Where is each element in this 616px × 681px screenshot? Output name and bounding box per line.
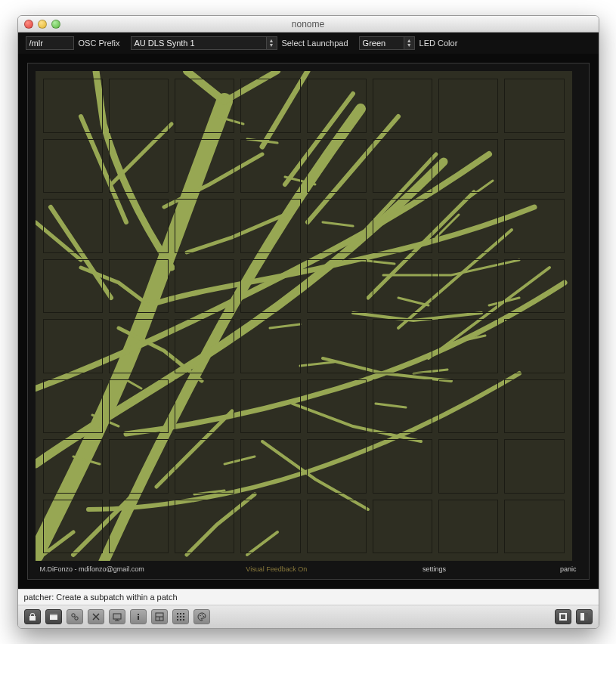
pad-cell[interactable] [43, 379, 103, 434]
pad-cell[interactable] [438, 439, 498, 494]
pad-cell[interactable] [438, 139, 498, 193]
pad-cell[interactable] [43, 319, 103, 373]
pad-cell[interactable] [175, 259, 234, 314]
pad-cell[interactable] [373, 259, 432, 314]
pad-cell[interactable] [307, 139, 367, 193]
pad-cell[interactable] [175, 79, 234, 133]
osc-prefix-label: OSC Prefix [79, 39, 120, 48]
pad-cell[interactable] [373, 319, 432, 373]
traffic-lights [18, 20, 60, 29]
settings-button[interactable]: settings [355, 565, 513, 573]
pad-cell[interactable] [109, 199, 169, 253]
canvas-area: M.DiFonzo - mdifonzo@gmail.com Visual Fe… [18, 54, 599, 589]
hint-bar: patcher: Create a subpatch within a patc… [18, 589, 599, 605]
pad-cell[interactable] [240, 439, 300, 494]
pad-cell[interactable] [240, 500, 300, 554]
pad-cell[interactable] [307, 259, 367, 314]
pad-cell[interactable] [504, 319, 564, 373]
pad-cell[interactable] [240, 199, 300, 253]
layout-icon[interactable] [151, 609, 168, 624]
pad-cell[interactable] [504, 379, 564, 434]
close-icon[interactable] [24, 20, 33, 29]
link-icon[interactable] [67, 609, 83, 624]
pad-cell[interactable] [109, 79, 169, 133]
board-icon[interactable] [109, 609, 125, 624]
pad-cell[interactable] [43, 439, 103, 494]
pad-cell[interactable] [307, 500, 367, 554]
svg-rect-7 [113, 614, 121, 619]
synth-select[interactable]: AU DLS Synth 1 [131, 36, 267, 50]
pad-cell[interactable] [438, 79, 498, 133]
pad-cell[interactable] [109, 379, 169, 434]
pad-cell[interactable] [373, 139, 432, 193]
app-window: nonome OSC Prefix AU DLS Synth 1 ▲▼ Sele… [17, 15, 599, 629]
pad-cell[interactable] [175, 319, 234, 373]
pad-cell[interactable] [43, 500, 103, 554]
feedback-toggle[interactable]: Visual Feedback On [197, 565, 355, 573]
view-split-icon[interactable] [576, 609, 593, 624]
info-icon[interactable] [130, 609, 147, 624]
pad-cell[interactable] [109, 259, 169, 314]
pad-cell[interactable] [438, 379, 498, 434]
lock-icon[interactable] [24, 609, 41, 624]
pad-cell[interactable] [504, 439, 564, 494]
pad-cell[interactable] [438, 319, 498, 373]
pad-cell[interactable] [373, 500, 432, 554]
pad-cell[interactable] [240, 379, 300, 434]
svg-rect-21 [177, 619, 178, 621]
pad-cell[interactable] [240, 139, 300, 193]
pad-cell[interactable] [307, 199, 367, 253]
pad-cell[interactable] [373, 79, 432, 133]
panic-button[interactable]: panic [513, 565, 577, 573]
led-color-select[interactable]: Green [359, 36, 404, 50]
synth-select-value: AU DLS Synth 1 [135, 39, 195, 48]
pad-cell[interactable] [175, 500, 234, 554]
pad-cell[interactable] [175, 199, 234, 253]
pad-cell[interactable] [175, 439, 234, 494]
pad-cell[interactable] [43, 259, 103, 314]
pad-cell[interactable] [307, 379, 367, 434]
pad-cell[interactable] [43, 199, 103, 253]
pad-cell[interactable] [307, 439, 367, 494]
pad-cell[interactable] [109, 439, 169, 494]
pad-cell[interactable] [373, 439, 432, 494]
pad-cell[interactable] [504, 79, 564, 133]
pad-cell[interactable] [504, 259, 564, 314]
palette-icon[interactable] [193, 609, 210, 624]
pad-cell[interactable] [43, 79, 103, 133]
pad-cell[interactable] [307, 319, 367, 373]
pad-cell[interactable] [438, 500, 498, 554]
view-compact-icon[interactable] [555, 609, 571, 624]
pad-cell[interactable] [43, 139, 103, 193]
pad-cell[interactable] [504, 199, 564, 253]
window-icon[interactable] [45, 609, 62, 624]
pad-cell[interactable] [307, 79, 367, 133]
pad-cell[interactable] [373, 379, 432, 434]
pad-cell[interactable] [504, 139, 564, 193]
led-color-label: LED Color [419, 39, 458, 48]
pad-cell[interactable] [109, 319, 169, 373]
titlebar[interactable]: nonome [18, 16, 599, 33]
pad-cell[interactable] [373, 199, 432, 253]
pad-cell[interactable] [175, 379, 234, 434]
zoom-icon[interactable] [51, 20, 60, 29]
osc-prefix-input[interactable] [26, 36, 74, 50]
pad-cell[interactable] [504, 500, 564, 554]
grid-icon[interactable] [172, 609, 189, 624]
pad-cell[interactable] [438, 259, 498, 314]
svg-rect-20 [183, 616, 184, 618]
minimize-icon[interactable] [38, 20, 47, 29]
pad-cell[interactable] [109, 500, 169, 554]
updown-icon[interactable]: ▲▼ [267, 36, 277, 50]
svg-rect-17 [183, 613, 184, 614]
pad-cell[interactable] [438, 199, 498, 253]
pad-cell[interactable] [240, 79, 300, 133]
pad-cell[interactable] [109, 139, 169, 193]
close-x-icon[interactable] [88, 609, 104, 624]
svg-line-4 [74, 617, 75, 618]
svg-point-25 [201, 614, 203, 616]
pad-cell[interactable] [175, 139, 234, 193]
pad-cell[interactable] [240, 259, 300, 314]
pad-cell[interactable] [240, 319, 300, 373]
updown-icon[interactable]: ▲▼ [404, 36, 415, 50]
